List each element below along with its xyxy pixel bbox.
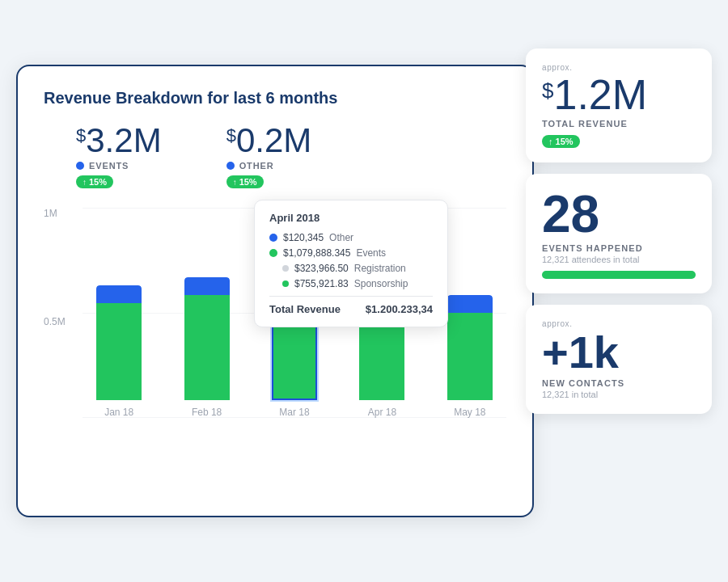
- tooltip-title: April 2018: [269, 212, 433, 224]
- bar-tooltip: April 2018 $120,345 Other $1,079,888.345…: [254, 200, 448, 327]
- revenue-chart-card: Revenue Breakdown for last 6 months $3.2…: [16, 65, 534, 517]
- tooltip-label-spon: Sponsorship: [354, 278, 408, 289]
- contacts-sub: 12,321 in total: [542, 390, 696, 399]
- contacts-value: +1k: [542, 330, 696, 375]
- bar-stack-jan: [96, 285, 142, 400]
- chart-area: 1M 0.5M Jan 18: [44, 208, 506, 450]
- revenue-value: $1.2M: [542, 74, 696, 116]
- tooltip-row-events: $1,079,888.345 Events: [269, 247, 433, 259]
- tooltip-amount-spon: $755,921.83: [294, 278, 349, 289]
- events-label: EVENTS: [89, 161, 129, 171]
- tooltip-dot-other: [269, 234, 277, 242]
- tooltip-total-value: $1.200.233,34: [366, 303, 433, 315]
- events-sub: 12,321 attendees in total: [542, 255, 696, 264]
- right-cards: approx. $1.2M TOTAL REVENUE ↑ 15% 28 EVE…: [526, 48, 712, 414]
- bar-bottom-feb: [184, 295, 230, 400]
- other-label-row: OTHER: [226, 161, 312, 171]
- events-badge: ↑ 15%: [76, 175, 113, 188]
- tooltip-row-reg: $323,966.50 Registration: [269, 263, 433, 274]
- tooltip-amount-reg: $323,966.50: [294, 263, 349, 274]
- events-metric: $3.2M EVENTS ↑ 15%: [76, 124, 162, 188]
- tooltip-dot-spon: [282, 280, 289, 287]
- events-happened-card: 28 EVENTS HAPPENED 12,321 attendees in t…: [526, 174, 712, 293]
- tooltip-row-spon: $755,921.83 Sponsorship: [269, 278, 433, 289]
- bar-top-jan: [96, 285, 142, 303]
- bar-bottom-jan: [96, 303, 142, 400]
- bar-label-may: May 18: [454, 407, 485, 418]
- revenue-label: TOTAL REVENUE: [542, 119, 696, 129]
- tooltip-amount-other: $120,345: [283, 232, 324, 243]
- other-dot: [226, 162, 235, 170]
- revenue-badge: ↑ 15%: [542, 135, 580, 148]
- other-metric: $0.2M OTHER ↑ 15%: [226, 124, 312, 188]
- tooltip-dot-reg: [282, 265, 289, 272]
- bar-label-apr: Apr 18: [368, 407, 396, 418]
- tooltip-label-other: Other: [329, 232, 353, 243]
- bar-top-may: [447, 295, 493, 313]
- y-axis: 1M 0.5M: [44, 208, 66, 450]
- tooltip-amount-events: $1,079,888.345: [283, 247, 350, 259]
- y-label-1m: 1M: [44, 208, 66, 219]
- bar-bottom-may: [447, 313, 493, 400]
- bar-stack-may: [447, 295, 493, 400]
- other-badge: ↑ 15%: [226, 175, 264, 188]
- events-happened-label: EVENTS HAPPENED: [542, 243, 696, 253]
- bar-jan[interactable]: Jan 18: [83, 285, 155, 418]
- tooltip-total-label: Total Revenue: [269, 303, 341, 315]
- tooltip-total: Total Revenue $1.200.233,34: [269, 303, 433, 315]
- bar-label-mar: Mar 18: [279, 407, 309, 418]
- metrics-row: $3.2M EVENTS ↑ 15% $0.2M OTHER: [44, 124, 506, 188]
- bar-feb[interactable]: Feb 18: [170, 277, 243, 418]
- contacts-label: NEW CONTACTS: [542, 378, 696, 388]
- events-dot: [76, 162, 84, 170]
- tooltip-row-other: $120,345 Other: [269, 232, 433, 243]
- events-dollar: $: [76, 127, 86, 145]
- other-label: OTHER: [239, 161, 274, 171]
- total-revenue-card: approx. $1.2M TOTAL REVENUE ↑ 15%: [526, 48, 712, 162]
- bar-label-feb: Feb 18: [192, 407, 222, 418]
- events-count: 28: [542, 188, 696, 240]
- chart-title: Revenue Breakdown for last 6 months: [44, 89, 506, 108]
- tooltip-label-events: Events: [356, 247, 386, 259]
- bar-top-feb: [184, 277, 230, 295]
- other-value: $0.2M: [226, 124, 312, 158]
- new-contacts-card: approx. +1k NEW CONTACTS 12,321 in total: [526, 305, 712, 414]
- other-dollar: $: [226, 127, 236, 145]
- revenue-dollar: $: [542, 80, 553, 101]
- events-label-row: EVENTS: [76, 161, 162, 171]
- events-value: $3.2M: [76, 124, 162, 158]
- tooltip-divider: [269, 296, 433, 297]
- bar-stack-feb: [184, 277, 230, 400]
- bar-label-jan: Jan 18: [104, 407, 133, 418]
- events-progress-bar: [542, 271, 696, 279]
- tooltip-label-reg: Registration: [354, 263, 406, 274]
- tooltip-dot-events: [269, 249, 277, 257]
- y-label-05m: 0.5M: [44, 316, 66, 327]
